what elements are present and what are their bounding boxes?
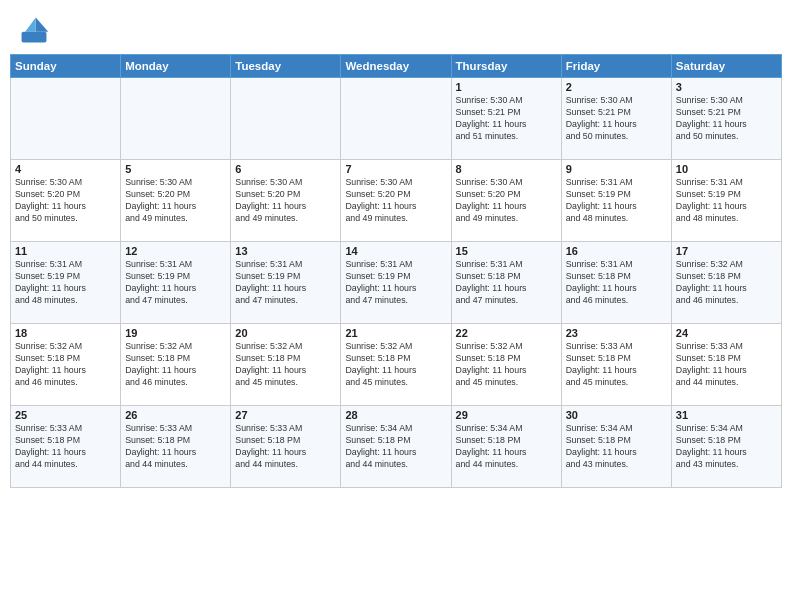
day-number: 11	[15, 245, 116, 257]
calendar-cell: 17Sunrise: 5:32 AM Sunset: 5:18 PM Dayli…	[671, 242, 781, 324]
calendar-cell: 11Sunrise: 5:31 AM Sunset: 5:19 PM Dayli…	[11, 242, 121, 324]
day-number: 29	[456, 409, 557, 421]
calendar-cell: 21Sunrise: 5:32 AM Sunset: 5:18 PM Dayli…	[341, 324, 451, 406]
day-info: Sunrise: 5:31 AM Sunset: 5:19 PM Dayligh…	[125, 259, 226, 307]
calendar-cell: 7Sunrise: 5:30 AM Sunset: 5:20 PM Daylig…	[341, 160, 451, 242]
weekday-header-wednesday: Wednesday	[341, 55, 451, 78]
calendar-cell	[121, 78, 231, 160]
day-number: 3	[676, 81, 777, 93]
calendar-cell: 4Sunrise: 5:30 AM Sunset: 5:20 PM Daylig…	[11, 160, 121, 242]
day-number: 25	[15, 409, 116, 421]
day-number: 28	[345, 409, 446, 421]
day-number: 23	[566, 327, 667, 339]
day-info: Sunrise: 5:30 AM Sunset: 5:20 PM Dayligh…	[456, 177, 557, 225]
weekday-header-tuesday: Tuesday	[231, 55, 341, 78]
day-info: Sunrise: 5:34 AM Sunset: 5:18 PM Dayligh…	[566, 423, 667, 471]
calendar-cell: 20Sunrise: 5:32 AM Sunset: 5:18 PM Dayli…	[231, 324, 341, 406]
weekday-header-sunday: Sunday	[11, 55, 121, 78]
calendar-cell: 25Sunrise: 5:33 AM Sunset: 5:18 PM Dayli…	[11, 406, 121, 488]
calendar-cell	[11, 78, 121, 160]
day-number: 31	[676, 409, 777, 421]
day-info: Sunrise: 5:33 AM Sunset: 5:18 PM Dayligh…	[125, 423, 226, 471]
day-info: Sunrise: 5:33 AM Sunset: 5:18 PM Dayligh…	[15, 423, 116, 471]
page: SundayMondayTuesdayWednesdayThursdayFrid…	[0, 0, 792, 612]
calendar-cell: 16Sunrise: 5:31 AM Sunset: 5:18 PM Dayli…	[561, 242, 671, 324]
day-info: Sunrise: 5:33 AM Sunset: 5:18 PM Dayligh…	[676, 341, 777, 389]
day-info: Sunrise: 5:30 AM Sunset: 5:20 PM Dayligh…	[345, 177, 446, 225]
day-number: 22	[456, 327, 557, 339]
day-info: Sunrise: 5:34 AM Sunset: 5:18 PM Dayligh…	[456, 423, 557, 471]
svg-marker-0	[36, 18, 48, 32]
weekday-header-saturday: Saturday	[671, 55, 781, 78]
day-info: Sunrise: 5:30 AM Sunset: 5:21 PM Dayligh…	[676, 95, 777, 143]
calendar-cell: 13Sunrise: 5:31 AM Sunset: 5:19 PM Dayli…	[231, 242, 341, 324]
day-number: 19	[125, 327, 226, 339]
calendar-cell: 2Sunrise: 5:30 AM Sunset: 5:21 PM Daylig…	[561, 78, 671, 160]
day-number: 6	[235, 163, 336, 175]
calendar-cell: 19Sunrise: 5:32 AM Sunset: 5:18 PM Dayli…	[121, 324, 231, 406]
calendar-cell: 18Sunrise: 5:32 AM Sunset: 5:18 PM Dayli…	[11, 324, 121, 406]
day-number: 24	[676, 327, 777, 339]
day-number: 2	[566, 81, 667, 93]
weekday-header-monday: Monday	[121, 55, 231, 78]
calendar-cell	[341, 78, 451, 160]
calendar-table: SundayMondayTuesdayWednesdayThursdayFrid…	[10, 54, 782, 488]
calendar-cell: 14Sunrise: 5:31 AM Sunset: 5:19 PM Dayli…	[341, 242, 451, 324]
day-number: 20	[235, 327, 336, 339]
day-info: Sunrise: 5:30 AM Sunset: 5:20 PM Dayligh…	[235, 177, 336, 225]
day-info: Sunrise: 5:31 AM Sunset: 5:18 PM Dayligh…	[566, 259, 667, 307]
calendar-cell: 12Sunrise: 5:31 AM Sunset: 5:19 PM Dayli…	[121, 242, 231, 324]
calendar-cell: 9Sunrise: 5:31 AM Sunset: 5:19 PM Daylig…	[561, 160, 671, 242]
day-number: 10	[676, 163, 777, 175]
day-info: Sunrise: 5:31 AM Sunset: 5:19 PM Dayligh…	[15, 259, 116, 307]
weekday-header-row: SundayMondayTuesdayWednesdayThursdayFrid…	[11, 55, 782, 78]
day-info: Sunrise: 5:30 AM Sunset: 5:20 PM Dayligh…	[125, 177, 226, 225]
day-info: Sunrise: 5:31 AM Sunset: 5:19 PM Dayligh…	[676, 177, 777, 225]
day-info: Sunrise: 5:31 AM Sunset: 5:19 PM Dayligh…	[345, 259, 446, 307]
day-number: 13	[235, 245, 336, 257]
day-info: Sunrise: 5:32 AM Sunset: 5:18 PM Dayligh…	[676, 259, 777, 307]
calendar-cell: 5Sunrise: 5:30 AM Sunset: 5:20 PM Daylig…	[121, 160, 231, 242]
day-number: 14	[345, 245, 446, 257]
header	[0, 0, 792, 54]
calendar-cell: 22Sunrise: 5:32 AM Sunset: 5:18 PM Dayli…	[451, 324, 561, 406]
day-number: 26	[125, 409, 226, 421]
day-info: Sunrise: 5:32 AM Sunset: 5:18 PM Dayligh…	[345, 341, 446, 389]
day-number: 9	[566, 163, 667, 175]
calendar-cell: 31Sunrise: 5:34 AM Sunset: 5:18 PM Dayli…	[671, 406, 781, 488]
logo	[18, 14, 54, 46]
calendar-body: 1Sunrise: 5:30 AM Sunset: 5:21 PM Daylig…	[11, 78, 782, 488]
day-number: 21	[345, 327, 446, 339]
day-info: Sunrise: 5:33 AM Sunset: 5:18 PM Dayligh…	[235, 423, 336, 471]
svg-rect-2	[22, 32, 47, 43]
calendar-cell: 26Sunrise: 5:33 AM Sunset: 5:18 PM Dayli…	[121, 406, 231, 488]
calendar-header: SundayMondayTuesdayWednesdayThursdayFrid…	[11, 55, 782, 78]
weekday-header-thursday: Thursday	[451, 55, 561, 78]
calendar-cell: 29Sunrise: 5:34 AM Sunset: 5:18 PM Dayli…	[451, 406, 561, 488]
day-number: 8	[456, 163, 557, 175]
calendar-cell: 28Sunrise: 5:34 AM Sunset: 5:18 PM Dayli…	[341, 406, 451, 488]
calendar-cell: 10Sunrise: 5:31 AM Sunset: 5:19 PM Dayli…	[671, 160, 781, 242]
day-info: Sunrise: 5:32 AM Sunset: 5:18 PM Dayligh…	[235, 341, 336, 389]
day-info: Sunrise: 5:30 AM Sunset: 5:21 PM Dayligh…	[456, 95, 557, 143]
day-info: Sunrise: 5:32 AM Sunset: 5:18 PM Dayligh…	[125, 341, 226, 389]
day-info: Sunrise: 5:31 AM Sunset: 5:19 PM Dayligh…	[235, 259, 336, 307]
calendar-cell: 6Sunrise: 5:30 AM Sunset: 5:20 PM Daylig…	[231, 160, 341, 242]
calendar-week-row: 11Sunrise: 5:31 AM Sunset: 5:19 PM Dayli…	[11, 242, 782, 324]
calendar-cell: 1Sunrise: 5:30 AM Sunset: 5:21 PM Daylig…	[451, 78, 561, 160]
day-number: 18	[15, 327, 116, 339]
calendar-cell: 24Sunrise: 5:33 AM Sunset: 5:18 PM Dayli…	[671, 324, 781, 406]
day-number: 30	[566, 409, 667, 421]
day-number: 5	[125, 163, 226, 175]
calendar-cell: 27Sunrise: 5:33 AM Sunset: 5:18 PM Dayli…	[231, 406, 341, 488]
calendar-cell: 8Sunrise: 5:30 AM Sunset: 5:20 PM Daylig…	[451, 160, 561, 242]
day-number: 17	[676, 245, 777, 257]
calendar-cell: 30Sunrise: 5:34 AM Sunset: 5:18 PM Dayli…	[561, 406, 671, 488]
calendar-cell: 15Sunrise: 5:31 AM Sunset: 5:18 PM Dayli…	[451, 242, 561, 324]
day-number: 27	[235, 409, 336, 421]
day-number: 7	[345, 163, 446, 175]
day-info: Sunrise: 5:32 AM Sunset: 5:18 PM Dayligh…	[456, 341, 557, 389]
svg-marker-1	[25, 18, 36, 32]
day-info: Sunrise: 5:34 AM Sunset: 5:18 PM Dayligh…	[676, 423, 777, 471]
day-number: 15	[456, 245, 557, 257]
